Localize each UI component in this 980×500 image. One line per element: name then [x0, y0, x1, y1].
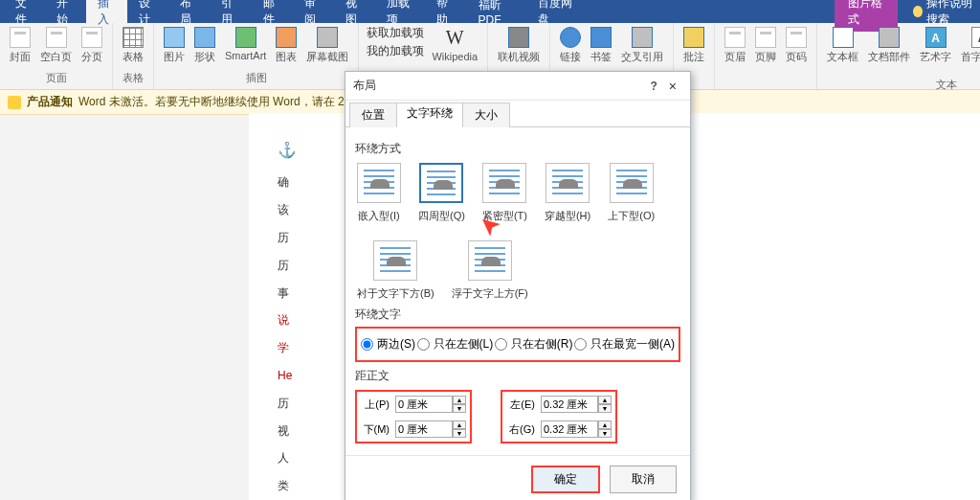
group-pages: 封面 空白页 分页 页面 — [0, 23, 113, 89]
doc-text: 人 — [278, 451, 289, 465]
pictures-button[interactable]: 图片 — [162, 25, 187, 66]
label: 页脚 — [755, 50, 776, 64]
doc-text: 说 — [278, 313, 289, 327]
cancel-button[interactable]: 取消 — [610, 466, 677, 493]
radio-input[interactable] — [361, 338, 373, 351]
wikipedia-button[interactable]: WWikipedia — [430, 25, 479, 64]
table-button[interactable]: 表格 — [121, 25, 145, 66]
dist-right-spinner[interactable]: ▲▼ — [541, 420, 612, 438]
cover-page-button[interactable]: 封面 — [8, 25, 33, 66]
dist-left-input[interactable] — [541, 396, 598, 413]
smartart-button[interactable]: SmartArt — [223, 25, 268, 63]
group-tables: 表格 表格 — [113, 23, 154, 89]
tab-size[interactable]: 大小 — [462, 102, 510, 127]
quick-parts-button[interactable]: 文档部件 — [866, 25, 912, 66]
dist-bottom-spinner[interactable]: ▲▼ — [395, 420, 466, 438]
spin-up[interactable]: ▲ — [598, 396, 612, 404]
pagenum-icon — [786, 27, 807, 48]
bookmark-button[interactable]: 书签 — [589, 25, 613, 66]
doc-text: 确 — [278, 175, 289, 189]
group-header-footer: 页眉 页脚 页码 — [715, 23, 817, 89]
xref-icon — [632, 27, 653, 48]
dialog-body: 环绕方式 嵌入型(I) 四周型(Q) 紧密型(T) 穿越型(H) 上下型(O) … — [345, 126, 690, 455]
ok-button[interactable]: 确定 — [531, 466, 600, 493]
radio-largest-only[interactable]: 只在最宽一侧(A) — [574, 336, 675, 352]
footer-button[interactable]: 页脚 — [753, 25, 778, 66]
comment-icon — [683, 27, 704, 48]
wordart-button[interactable]: A艺术字 — [918, 25, 953, 66]
header-icon — [724, 27, 746, 48]
spin-down[interactable]: ▼ — [598, 404, 612, 413]
spin-down[interactable]: ▼ — [453, 429, 466, 438]
label: 四周型(Q) — [418, 209, 465, 223]
tab-text-wrapping[interactable]: 文字环绕 — [396, 102, 463, 127]
chart-button[interactable]: 图表 — [274, 25, 299, 66]
label: 只在右侧(R) — [511, 336, 573, 352]
shapes-button[interactable]: 形状 — [192, 25, 217, 66]
radio-input[interactable] — [495, 338, 507, 351]
spin-up[interactable]: ▲ — [453, 420, 466, 429]
page-icon — [81, 27, 102, 48]
dist-top-row: 上(P) ▲▼ — [361, 396, 466, 413]
page-icon — [10, 27, 31, 48]
help-button[interactable]: ? — [650, 80, 657, 93]
radio-input[interactable] — [574, 338, 587, 351]
label: 表格 — [122, 50, 144, 64]
wrap-icon — [546, 163, 590, 203]
drop-cap-button[interactable]: A首字下沉 — [959, 25, 980, 66]
wrap-inline[interactable]: 嵌入型(I) — [357, 163, 401, 223]
smartart-icon — [235, 27, 256, 48]
distance-right-col-highlight: 左(E) ▲▼ 右(G) ▲▼ — [501, 390, 617, 443]
label: 首字下沉 — [961, 50, 980, 64]
radio-both-sides[interactable]: 两边(S) — [361, 336, 415, 352]
get-addins-button[interactable]: 获取加载项 — [367, 25, 424, 41]
spin-up[interactable]: ▲ — [598, 420, 612, 429]
wrap-top-bottom[interactable]: 上下型(O) — [608, 163, 655, 223]
wrap-square[interactable]: 四周型(Q) — [418, 163, 465, 223]
wrap-icon — [482, 163, 526, 203]
dist-top-spinner[interactable]: ▲▼ — [395, 396, 466, 413]
wrap-tight[interactable]: 紧密型(T) — [482, 163, 527, 223]
my-addins-button[interactable]: 我的加载项 — [367, 43, 424, 59]
wrap-behind[interactable]: 衬于文字下方(B) — [357, 240, 434, 301]
page-break-button[interactable]: 分页 — [79, 25, 104, 66]
screenshot-button[interactable]: 屏幕截图 — [304, 25, 350, 66]
wrap-front[interactable]: 浮于文字上方(F) — [452, 240, 528, 301]
cross-reference-button[interactable]: 交叉引用 — [619, 25, 665, 66]
label: 形状 — [194, 50, 215, 64]
wrap-through[interactable]: 穿越型(H) — [545, 163, 590, 223]
dist-top-input[interactable] — [395, 396, 453, 413]
link-button[interactable]: 链接 — [558, 25, 583, 66]
label: 衬于文字下方(B) — [357, 286, 434, 301]
header-button[interactable]: 页眉 — [723, 25, 747, 66]
label: 空白页 — [40, 50, 72, 64]
picture-icon — [164, 27, 185, 48]
label: 图片 — [164, 50, 185, 64]
online-video-button[interactable]: 联机视频 — [496, 25, 542, 66]
dist-top-label: 上(P) — [361, 398, 390, 412]
comment-button[interactable]: 批注 — [681, 25, 706, 66]
dist-right-label: 右(G) — [506, 422, 535, 437]
spin-down[interactable]: ▼ — [453, 404, 466, 413]
dialog-footer: 确定 取消 — [345, 455, 690, 500]
label: 文本框 — [827, 50, 858, 64]
dist-right-input[interactable] — [541, 420, 598, 438]
textbox-button[interactable]: 文本框 — [825, 25, 860, 66]
blank-page-button[interactable]: 空白页 — [38, 25, 74, 66]
radio-right-only[interactable]: 只在右侧(R) — [495, 336, 573, 352]
tab-position[interactable]: 位置 — [349, 102, 397, 127]
distance-left-col-highlight: 上(P) ▲▼ 下(M) ▲▼ — [355, 390, 472, 443]
doc-text: 类 — [278, 479, 289, 492]
radio-left-only[interactable]: 只在左侧(L) — [417, 336, 494, 352]
radio-input[interactable] — [417, 338, 430, 351]
page-number-button[interactable]: 页码 — [784, 25, 809, 66]
bookmark-icon — [590, 27, 612, 48]
ribbon-tabs: 文件 开始 插入 设计 布局 引用 邮件 审阅 视图 加载项 帮助 福昕PDF … — [0, 0, 980, 23]
spin-up[interactable]: ▲ — [453, 396, 466, 404]
wrap-icon — [468, 240, 512, 281]
dist-bottom-input[interactable] — [395, 420, 453, 438]
close-button[interactable]: × — [663, 79, 682, 94]
spin-down[interactable]: ▼ — [598, 429, 612, 438]
dist-left-spinner[interactable]: ▲▼ — [541, 396, 612, 413]
label: 屏幕截图 — [306, 50, 348, 64]
